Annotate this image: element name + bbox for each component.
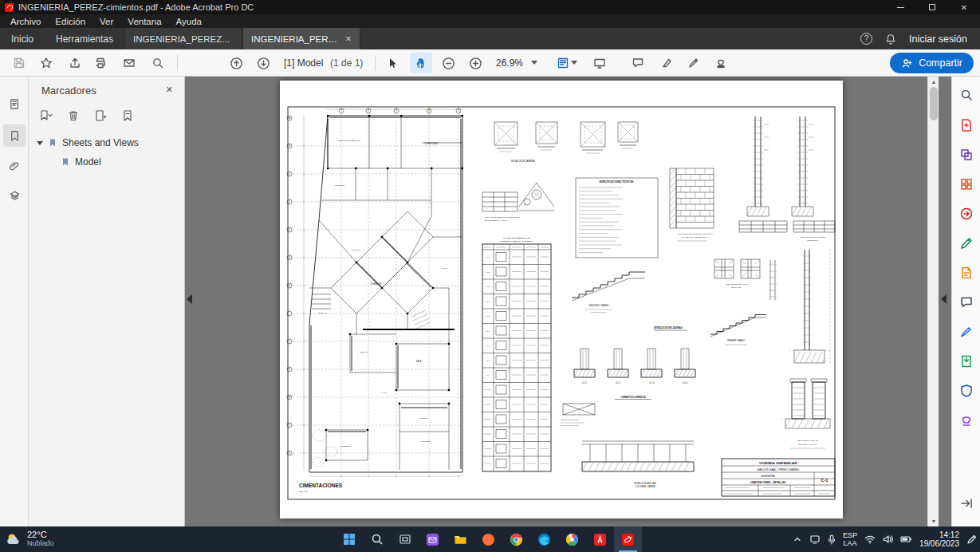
svg-text:F: F: [289, 228, 290, 231]
network-icon[interactable]: [809, 534, 821, 544]
menu-archivo[interactable]: Archivo: [3, 17, 48, 26]
share-file-icon[interactable]: [64, 53, 86, 73]
pdf-page: 1 2 3 4 5 A B C D F G H I J K M O: [280, 81, 843, 518]
layers-icon[interactable]: [3, 184, 26, 207]
mail-app-icon[interactable]: [419, 526, 447, 552]
bookmark-root-row[interactable]: Sheets and Views: [37, 137, 139, 148]
email-icon[interactable]: [118, 53, 140, 73]
sign-tool-icon[interactable]: [683, 53, 705, 73]
fill-sign-icon[interactable]: [958, 323, 975, 341]
notifications-bell-icon[interactable]: [885, 34, 896, 45]
doc-tab-2[interactable]: INGENIERIA_PEREZ... ✕: [242, 28, 360, 49]
menu-ayuda[interactable]: Ayuda: [169, 17, 209, 26]
bookmark-options-icon[interactable]: [37, 107, 56, 124]
menu-edicion[interactable]: Edición: [48, 17, 92, 26]
expand-right-panel-icon[interactable]: [941, 294, 947, 304]
bookmark-tag-icon[interactable]: [118, 107, 137, 124]
doc-tab-1[interactable]: INGENIERIA_PEREZ...: [124, 28, 242, 49]
page-indicator[interactable]: [1] Model: [284, 57, 323, 69]
highlight-tool-icon[interactable]: [655, 53, 678, 73]
tab-inicio[interactable]: Inicio: [0, 28, 45, 49]
zoom-caret-icon[interactable]: [531, 61, 537, 65]
wifi-icon[interactable]: [864, 534, 876, 544]
export-pdf-icon[interactable]: [958, 205, 975, 223]
svg-text:2: 2: [368, 109, 369, 112]
svg-text:C-4: C-4: [486, 301, 490, 303]
edit-pdf-icon[interactable]: [958, 235, 975, 252]
bookmarks-close-icon[interactable]: ✕: [166, 85, 173, 95]
hand-tool-icon[interactable]: [410, 53, 432, 73]
new-bookmark-icon[interactable]: [91, 107, 110, 124]
menu-ver[interactable]: Ver: [92, 17, 120, 26]
adobe-app-icon[interactable]: [586, 526, 614, 552]
stamp-tool-icon[interactable]: [710, 53, 732, 73]
zoom-level[interactable]: 26.9%: [496, 57, 523, 69]
page-thumbnails-icon[interactable]: [3, 93, 26, 115]
save-icon[interactable]: [8, 53, 30, 73]
scroll-up-icon[interactable]: ▲: [928, 79, 939, 85]
create-pdf-icon[interactable]: [958, 116, 975, 134]
favorites-star-icon[interactable]: [35, 53, 57, 73]
battery-icon[interactable]: [900, 535, 912, 543]
next-view-icon[interactable]: [252, 53, 274, 73]
presentation-icon[interactable]: [588, 53, 611, 73]
zoom-in-icon[interactable]: [464, 53, 486, 73]
bookmarks-panel-icon[interactable]: [3, 124, 26, 147]
restore-button[interactable]: [916, 0, 948, 14]
page-view-caret-icon[interactable]: [571, 61, 577, 65]
print-icon[interactable]: [89, 53, 112, 73]
chevron-down-icon[interactable]: [37, 141, 43, 145]
sign-in-button[interactable]: Iniciar sesión: [909, 34, 967, 45]
google-app-icon[interactable]: [558, 526, 586, 552]
combine-files-icon[interactable]: [958, 146, 975, 164]
edge-icon[interactable]: [530, 526, 558, 552]
attachments-icon[interactable]: [3, 155, 26, 177]
language-indicator[interactable]: ESP LAA: [843, 531, 857, 547]
taskbar-search-icon[interactable]: [363, 526, 391, 552]
collapse-left-panel-icon[interactable]: [187, 294, 192, 304]
organize-pages-icon[interactable]: [958, 175, 975, 193]
comment-panel-icon[interactable]: [958, 294, 975, 311]
start-button-icon[interactable]: [335, 526, 363, 552]
select-tool-icon[interactable]: [381, 53, 403, 73]
document-viewport: 1 2 3 4 5 A B C D F G H I J K M O: [185, 77, 951, 526]
task-view-icon[interactable]: [391, 526, 419, 552]
chrome-icon[interactable]: [502, 526, 530, 552]
scroll-down-icon[interactable]: ▼: [928, 518, 939, 524]
delete-bookmark-icon[interactable]: [64, 107, 83, 124]
expand-tools-icon[interactable]: [958, 495, 975, 512]
windows-ink-icon[interactable]: [966, 534, 977, 545]
minimize-button[interactable]: [884, 0, 916, 14]
protect-pdf-icon[interactable]: [958, 382, 975, 400]
bookmarks-panel: Marcadores ✕ Sheets and Views Model: [29, 77, 185, 526]
close-button[interactable]: ✕: [948, 0, 980, 14]
scrollbar-thumb[interactable]: [930, 87, 938, 120]
search-icon[interactable]: [147, 53, 169, 73]
previous-view-icon[interactable]: [225, 53, 247, 73]
vertical-scrollbar[interactable]: ▲ ▼: [927, 77, 939, 526]
volume-icon[interactable]: [883, 534, 893, 544]
hidden-icons-caret[interactable]: [793, 534, 802, 544]
share-button[interactable]: Compartir: [890, 53, 974, 73]
bookmark-model-row[interactable]: Model: [61, 156, 101, 168]
stamp-panel-icon[interactable]: [958, 412, 975, 429]
zoom-out-icon[interactable]: [437, 53, 459, 73]
menu-ventana[interactable]: Ventana: [120, 17, 168, 26]
scan-ocr-icon[interactable]: [958, 264, 975, 282]
help-icon[interactable]: ?: [860, 33, 872, 45]
file-explorer-icon[interactable]: [447, 526, 474, 552]
svg-text:CC-2: CC-2: [616, 381, 621, 384]
comment-tool-icon[interactable]: [627, 53, 649, 73]
convert-pdf-icon[interactable]: [958, 353, 975, 370]
firefox-icon[interactable]: [474, 526, 502, 552]
weather-widget[interactable]: 22°C Nublado: [5, 526, 54, 552]
tab-herramientas[interactable]: Herramientas: [45, 28, 124, 49]
acrobat-taskbar-icon[interactable]: [614, 526, 642, 552]
close-tab-icon[interactable]: ✕: [345, 34, 352, 43]
svg-text:B: B: [289, 144, 290, 148]
clock[interactable]: 14:12 19/06/2023: [919, 530, 959, 548]
microphone-icon[interactable]: [828, 534, 836, 545]
beam-joint-detail: ENCUENTRO DE VIGAS EN PLANTA: [714, 259, 760, 289]
search-tool-icon[interactable]: [958, 86, 975, 104]
detail-label: DETALLE DE DOBLADO DE ESTRIBOS: [485, 216, 520, 219]
